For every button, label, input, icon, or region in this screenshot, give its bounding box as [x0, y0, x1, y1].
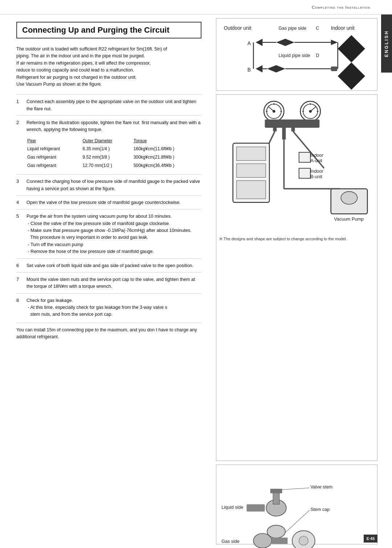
step-3-content: Connect the charging hose of low pressur…: [26, 178, 201, 192]
svg-rect-23: [237, 164, 266, 177]
arrow-a-right: [331, 40, 338, 45]
stem-cap-label: Stem cap: [310, 507, 330, 512]
step-4-content: Open the valve of the low pressure side …: [26, 199, 201, 206]
footer-note: You can install 15m of connecting pipe t…: [16, 323, 201, 341]
big-diamond-bottom: [338, 62, 365, 90]
step-8: 8 Check for gas leakage. - At this time,…: [16, 293, 201, 321]
step-7: 7 Mount the valve stem nuts and the serv…: [16, 272, 201, 293]
svg-rect-24: [237, 181, 266, 199]
right-column: Outdoor unit Indoor unit Gas pipe side C…: [211, 15, 381, 548]
pipe-row-3-name: Gas refrigerant: [27, 162, 82, 169]
arrow-a-left: [256, 39, 262, 46]
indoor-a-label: Indoor: [310, 153, 323, 158]
intro-text: The outdoor unit is loaded with sufficie…: [16, 46, 201, 88]
gas-pipe-label: Gas pipe side: [278, 26, 306, 31]
outdoor-unit-label: Outdoor unit: [224, 25, 252, 31]
language-label: ENGLISH: [384, 30, 389, 57]
language-side-tab: ENGLISH: [381, 15, 392, 73]
svg-rect-21: [291, 126, 295, 131]
label-a: A: [248, 40, 251, 46]
step-1: 1 Connect each assembly pipe to the appr…: [16, 94, 201, 115]
liquid-pipe: [246, 504, 265, 511]
indoor-a-box: [299, 152, 310, 163]
step-4: 4 Open the valve of the low pressure sid…: [16, 195, 201, 209]
gas-pipe: [271, 537, 287, 544]
liquid-pipe-d-label: D: [316, 53, 319, 58]
svg-point-31: [299, 536, 308, 545]
diagram-2-note: ※ The designs and shape are subject to c…: [219, 236, 374, 242]
step-6-content: Set valve cork of both liquid side and g…: [26, 262, 201, 269]
page-title-box: Connecting Up and Purging the Circuit: [16, 22, 201, 38]
gas-side-label: Gas side: [221, 539, 240, 544]
indoor-b-box: [299, 168, 310, 179]
step-5: 5 Purge the air from the system using va…: [16, 209, 201, 258]
step-5-content: Purge the air from the system using vacu…: [26, 213, 201, 255]
step-8-content: Check for gas leakage. - At this time, e…: [26, 297, 201, 318]
step-5-number: 5: [16, 213, 26, 255]
pipe-row-1-diameter: 6.35 mm(1/4 ): [83, 145, 133, 153]
svg-rect-22: [237, 147, 266, 161]
gas-pipe-c-label: C: [316, 26, 319, 31]
pipe-row-1-torque: 160kg¥cm(11.6ft¥lb ): [134, 145, 201, 153]
pipe-row-3-torque: 500kg¥cm(36.4ft¥lb ): [134, 162, 201, 169]
valve-stem-top: [270, 489, 282, 494]
step-6-number: 6: [16, 262, 26, 269]
label-b: B: [248, 67, 251, 73]
pipe-row-1-name: Liquid refrigerant: [27, 145, 82, 153]
liquid-side-label: Liquid side: [221, 505, 243, 510]
footer-note-text: You can install 15m of connecting pipe t…: [16, 327, 197, 339]
step-7-number: 7: [16, 276, 26, 290]
pipe-row-3-diameter: 12.70 mm(1/2 ): [83, 162, 133, 169]
svg-point-16: [309, 110, 312, 113]
liquid-pipe-label: Liquid pipe side: [278, 53, 310, 58]
svg-line-29: [282, 488, 309, 490]
diagram-3-svg: Liquid side Valve stem Stem cap Gas side: [219, 468, 374, 548]
col-pipe: Pipe: [27, 137, 82, 145]
diagram-note-text: ※ The designs and shape are subject to c…: [219, 237, 347, 241]
diagram-2-svg: Indoor A-unit Indoor B-unit Vacuum Pump: [219, 98, 374, 234]
step-1-content: Connect each assembly pipe to the approp…: [26, 98, 201, 113]
svg-line-30: [285, 510, 310, 533]
step-2-content: Referring to the illustration opposite, …: [26, 119, 201, 171]
step-7-content: Mount the valve stem nuts and the servic…: [26, 276, 201, 290]
diagram-pipe-connection: Outdoor unit Indoor unit Gas pipe side C…: [216, 18, 377, 91]
indoor-b-label: Indoor: [310, 169, 323, 174]
valve-stem-body: [273, 491, 279, 504]
step-6: 6 Set valve cork of both liquid side and…: [16, 258, 201, 272]
svg-rect-20: [273, 126, 277, 131]
step-3-number: 3: [16, 178, 26, 192]
vacuum-pump-label: Vacuum Pump: [334, 217, 363, 222]
svg-point-10: [273, 110, 275, 113]
col-outer-diameter: Outer Diameter: [83, 137, 133, 145]
diagram-1-svg: Outdoor unit Indoor unit Gas pipe side C…: [219, 21, 374, 103]
arrow-b-left: [256, 65, 262, 73]
pipe-table: Pipe Outer Diameter Torque Liquid refrig…: [26, 136, 201, 170]
svg-text:A-unit: A-unit: [310, 158, 322, 163]
step-4-number: 4: [16, 199, 26, 206]
intro-line-1: The outdoor unit is loaded with sufficie…: [16, 46, 167, 87]
big-diamond-top: [338, 35, 365, 62]
indoor-unit-label: Indoor unit: [331, 25, 355, 31]
page-title: Connecting Up and Purging the Circuit: [22, 25, 170, 34]
center-hose-port: [282, 126, 286, 140]
left-column: Connecting Up and Purging the Circuit Th…: [0, 15, 211, 548]
step-2-number: 2: [16, 119, 26, 171]
diamond-b: [267, 65, 285, 73]
pipe-row-2-name: Gas refrigerant: [27, 154, 82, 161]
svg-point-27: [341, 192, 357, 204]
header-bar: Completing the Installation: [0, 0, 392, 15]
step-8-number: 8: [16, 297, 26, 318]
diagram-valve-detail: Liquid side Valve stem Stem cap Gas side: [216, 465, 377, 544]
step-2: 2 Referring to the illustration opposite…: [16, 115, 201, 174]
square-b-right: [331, 66, 338, 71]
valve-stem-label: Valve stem: [310, 484, 332, 490]
step-3: 3 Connect the charging hose of low press…: [16, 174, 201, 195]
diagram-vacuum-pump: Indoor A-unit Indoor B-unit Vacuum Pump …: [216, 94, 377, 461]
page-number: E·45: [364, 535, 377, 543]
pipe-row-2-diameter: 9.52 mm(3/8 ): [83, 154, 133, 161]
svg-text:B-unit: B-unit: [310, 174, 322, 179]
pipe-row-2-torque: 300kg¥cm(21.8ft¥lb ): [134, 154, 201, 161]
gas-valve-body: [253, 533, 271, 548]
diamond-a: [276, 39, 294, 46]
col-torque: Torque: [134, 137, 201, 145]
